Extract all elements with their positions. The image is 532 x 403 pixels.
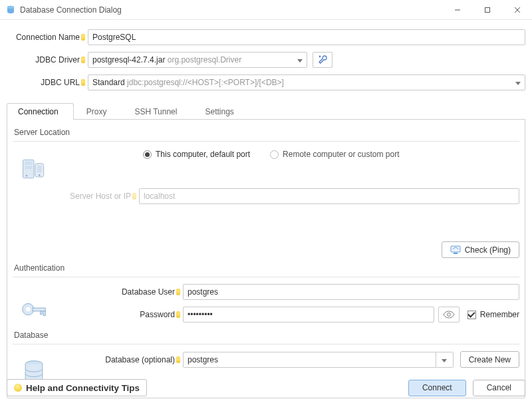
server-location-heading: Server Location xyxy=(14,128,519,137)
svg-point-16 xyxy=(26,307,31,312)
radio-dot-icon xyxy=(143,150,152,159)
hint-icon xyxy=(81,34,85,41)
cancel-button[interactable]: Cancel xyxy=(473,380,525,396)
separator xyxy=(13,141,519,142)
configure-driver-button[interactable] xyxy=(313,52,332,68)
db-user-input[interactable]: postgres xyxy=(183,284,519,300)
bulb-icon xyxy=(14,384,22,392)
svg-rect-3 xyxy=(485,7,489,12)
hint-icon xyxy=(176,311,180,318)
connection-name-input[interactable]: PostgreSQL xyxy=(88,29,525,45)
separator xyxy=(13,344,519,344)
jdbc-url-label: JDBC URL xyxy=(7,78,88,87)
top-form: Connection Name PostgreSQL JDBC Driver p… xyxy=(0,20,532,96)
server-icon xyxy=(15,151,53,188)
wrench-icon xyxy=(317,55,328,65)
show-password-button[interactable] xyxy=(438,307,460,323)
svg-point-1 xyxy=(7,5,14,8)
chevron-down-icon xyxy=(515,78,521,87)
svg-rect-18 xyxy=(41,311,43,315)
close-button[interactable] xyxy=(502,0,532,20)
hint-icon xyxy=(132,193,136,200)
password-input[interactable]: ••••••••• xyxy=(183,307,434,323)
footer: Help and Connectivity Tips Connect Cance… xyxy=(0,374,532,403)
jdbc-driver-select[interactable]: postgresql-42.7.4.jar org.postgresql.Dri… xyxy=(88,52,307,68)
svg-rect-11 xyxy=(37,166,42,173)
checkbox-icon xyxy=(467,311,476,319)
hint-icon xyxy=(81,57,85,63)
radio-this-computer[interactable]: This computer, default port xyxy=(143,150,250,159)
svg-point-12 xyxy=(39,174,41,176)
hint-icon xyxy=(81,79,85,86)
host-input: localhost xyxy=(139,188,519,204)
jdbc-url-select[interactable]: Standard jdbc:postgresql://<HOST>[:<PORT… xyxy=(88,74,525,90)
svg-rect-17 xyxy=(33,308,45,311)
connect-button[interactable]: Connect xyxy=(408,380,466,396)
radio-remote[interactable]: Remote computer or custom port xyxy=(270,150,399,159)
eye-icon xyxy=(443,311,455,319)
help-button[interactable]: Help and Connectivity Tips xyxy=(7,379,147,396)
radio-dot-icon xyxy=(270,150,279,159)
key-icon xyxy=(15,291,53,328)
password-label: Password xyxy=(100,310,183,319)
minimize-button[interactable] xyxy=(442,0,472,20)
hint-icon xyxy=(176,356,180,363)
hint-icon xyxy=(176,289,180,295)
svg-rect-14 xyxy=(454,253,458,254)
auth-heading: Authentication xyxy=(14,263,519,273)
svg-rect-7 xyxy=(25,162,32,165)
database-input[interactable]: postgres xyxy=(183,352,436,368)
tab-proxy[interactable]: Proxy xyxy=(75,103,122,120)
database-heading: Database xyxy=(14,331,519,340)
svg-point-9 xyxy=(26,175,28,177)
check-ping-button[interactable]: Check (Ping) xyxy=(442,241,519,258)
db-user-label: Database User xyxy=(100,287,183,297)
separator xyxy=(13,277,519,277)
chevron-down-icon xyxy=(297,55,303,65)
svg-point-20 xyxy=(447,313,450,317)
tab-settings[interactable]: Settings xyxy=(194,103,249,120)
tab-connection[interactable]: Connection xyxy=(7,103,74,120)
svg-rect-19 xyxy=(43,311,45,316)
svg-rect-8 xyxy=(25,166,32,170)
svg-rect-13 xyxy=(451,246,460,252)
titlebar: Database Connection Dialog xyxy=(0,0,532,20)
ping-icon xyxy=(450,245,461,255)
remember-checkbox[interactable]: Remember xyxy=(467,310,519,319)
tab-ssh-tunnel[interactable]: SSH Tunnel xyxy=(123,103,192,120)
database-label: Database (optional) xyxy=(100,355,183,364)
jdbc-driver-label: JDBC Driver xyxy=(7,55,88,65)
database-dropdown[interactable] xyxy=(436,352,454,368)
host-label: Server Host or IP xyxy=(57,192,139,201)
maximize-button[interactable] xyxy=(472,0,502,20)
chevron-down-icon xyxy=(442,355,447,364)
tabs: Connection Proxy SSH Tunnel Settings xyxy=(7,102,525,120)
connection-name-label: Connection Name xyxy=(7,33,88,42)
app-icon xyxy=(5,5,16,15)
connection-panel: Server Location This computer, default p… xyxy=(7,120,525,398)
window-title: Database Connection Dialog xyxy=(20,5,122,15)
create-new-button[interactable]: Create New xyxy=(460,351,519,368)
